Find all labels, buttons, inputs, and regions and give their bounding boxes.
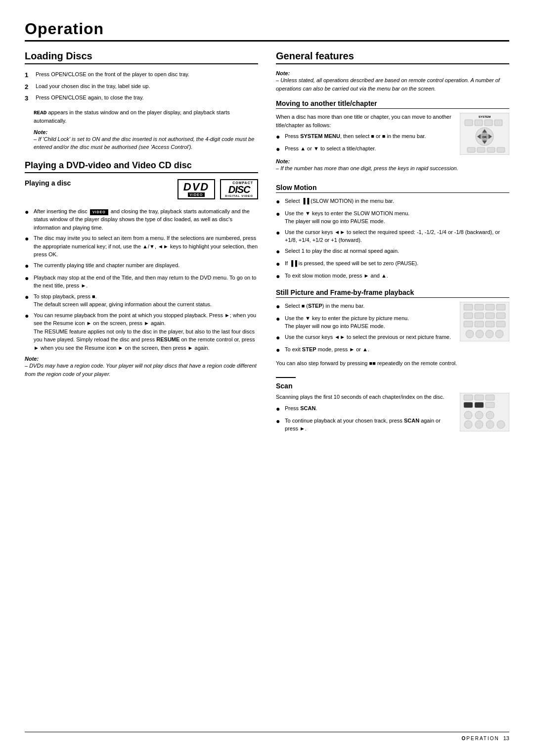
general-note: Note: – Unless stated, all operations de… — [276, 70, 509, 93]
bullet-content: Select ▐▐ (SLOW MOTION) in the menu bar. — [285, 197, 509, 205]
page-footer: OPERATION 13 — [25, 732, 509, 741]
svg-rect-3 — [475, 120, 483, 126]
slow-motion-title: Slow Motion — [276, 184, 509, 193]
list-item: ● You can resume playback from the point… — [25, 311, 258, 352]
bullet-icon: ● — [276, 332, 283, 343]
bullet-icon: ● — [25, 234, 32, 244]
list-item: ● If ▐▐ is pressed, the speed will be se… — [276, 259, 509, 269]
disc-text: DISC — [228, 185, 250, 194]
note-label: Note: — [34, 129, 258, 135]
list-item: ● Select 1 to play the disc at normal sp… — [276, 247, 509, 257]
general-features-section: General features Note: – Unless stated, … — [276, 50, 509, 437]
list-item: 3 Press OPEN/CLOSE again, to close the t… — [25, 94, 258, 103]
page-title: Operation — [25, 20, 509, 38]
list-item: ● Use the ▼ keys to enter the SLOW MOTIO… — [276, 209, 509, 226]
bullet-content: Use the ▼ keys to enter the SLOW MOTION … — [285, 209, 509, 226]
bullet-icon: ● — [25, 207, 32, 217]
svg-rect-19 — [475, 304, 484, 310]
bullet-content: Press SYSTEM MENU, then select ■ or ■ in… — [285, 132, 455, 141]
bullet-content: To exit STEP mode, press ► or ▲. — [285, 345, 509, 354]
svg-point-47 — [497, 421, 505, 428]
svg-rect-21 — [496, 304, 505, 310]
list-item: ● To continue playback at your chosen tr… — [276, 417, 455, 433]
svg-rect-13 — [467, 147, 475, 152]
step-text: Load your chosen disc in the tray, label… — [36, 82, 150, 92]
bullet-icon: ● — [276, 196, 283, 207]
bullet-content: Select ■ (STEP) in the menu bar. — [285, 302, 455, 310]
footer-operation-label: OPERATION — [462, 736, 499, 741]
bullet-icon: ● — [276, 271, 283, 282]
remote-image-scan — [460, 393, 509, 432]
bullet-content: The disc may invite you to select an ite… — [34, 234, 258, 259]
svg-rect-36 — [475, 395, 484, 400]
playing-dvd-title: Playing a DVD-video and Video CD disc — [25, 160, 258, 173]
bullet-content: After inserting the disc VIDEO and closi… — [34, 207, 258, 232]
list-item: ● Press SCAN. — [276, 404, 455, 414]
bullet-icon: ● — [276, 314, 283, 324]
list-item: ● To exit slow motion mode, press ► and … — [276, 272, 509, 282]
svg-point-42 — [475, 411, 483, 419]
bullet-icon: ● — [25, 273, 32, 284]
bullet-content: Press ▲ or ▼ to select a title/chapter. — [285, 144, 455, 153]
list-item: ● To exit STEP mode, press ► or ▲. — [276, 345, 509, 355]
note-label: Note: — [276, 158, 509, 164]
list-item: ● Select ■ (STEP) in the menu bar. — [276, 302, 455, 312]
list-item: ● After inserting the disc VIDEO and clo… — [25, 207, 258, 232]
scan-title: Scan — [276, 382, 509, 390]
svg-point-46 — [486, 421, 494, 428]
bullet-content: Use the ▼ key to enter the picture by pi… — [285, 314, 455, 331]
bullet-icon: ● — [276, 228, 283, 238]
svg-rect-25 — [496, 313, 505, 319]
svg-point-31 — [476, 330, 484, 338]
bullet-icon: ● — [276, 246, 283, 257]
list-item: ● Use the ▼ key to enter the picture by … — [276, 314, 455, 331]
bullet-icon: ● — [276, 416, 283, 426]
scan-divider — [276, 377, 296, 378]
bullet-icon: ● — [276, 301, 283, 312]
bullet-content: The currently playing title and chapter … — [34, 261, 258, 270]
svg-rect-23 — [475, 313, 484, 319]
list-item: 1 Press OPEN/CLOSE on the front of the p… — [25, 70, 258, 80]
loading-discs-section: Loading Discs 1 Press OPEN/CLOSE on the … — [25, 50, 258, 151]
svg-point-30 — [466, 330, 474, 338]
bullet-content: To continue playback at your chosen trac… — [285, 417, 455, 433]
svg-rect-38 — [464, 402, 473, 408]
moving-title: Moving to another title/chapter — [276, 99, 509, 109]
bullet-icon: ● — [276, 259, 283, 269]
svg-rect-26 — [464, 321, 473, 327]
dvd-logo: DVD VIDEO — [178, 179, 215, 199]
step-number: 1 — [25, 70, 34, 80]
svg-point-32 — [486, 330, 493, 338]
page: Operation Loading Discs 1 Press OPEN/CLO… — [0, 0, 534, 756]
read-text: appears in the status window and on the … — [34, 109, 230, 124]
loading-note: Note: – If 'Child Lock' is set to ON and… — [34, 129, 258, 151]
bullet-icon: ● — [25, 311, 32, 321]
bullet-icon: ● — [276, 144, 283, 154]
still-picture-extra: You can also step forward by pressing ■■… — [276, 359, 509, 368]
svg-rect-16 — [497, 147, 505, 152]
list-item: ● The currently playing title and chapte… — [25, 261, 258, 271]
still-picture-section: Still Picture and Frame-by-frame playbac… — [276, 288, 509, 373]
moving-section: Moving to another title/chapter SYSTEM — [276, 99, 509, 177]
bullet-content: You can resume playback from the point a… — [34, 311, 258, 352]
svg-rect-35 — [464, 395, 473, 400]
content-columns: Loading Discs 1 Press OPEN/CLOSE on the … — [25, 50, 509, 437]
svg-rect-2 — [465, 120, 473, 126]
digital-video-label: DIGITAL VIDEO — [225, 194, 253, 197]
bullet-icon: ● — [25, 292, 32, 302]
moving-note: Note: – If the number has more than one … — [276, 158, 509, 173]
still-picture-title: Still Picture and Frame-by-frame playbac… — [276, 288, 509, 298]
note-label: Note: — [276, 70, 509, 76]
svg-point-45 — [475, 421, 483, 428]
step-number: 3 — [25, 94, 34, 103]
list-item: 2 Load your chosen disc in the tray, lab… — [25, 82, 258, 92]
read-label: READ — [34, 110, 46, 116]
svg-text:OK: OK — [483, 136, 488, 139]
note-text: – DVDs may have a region code. Your play… — [25, 362, 258, 378]
slow-motion-section: Slow Motion ● Select ▐▐ (SLOW MOTION) in… — [276, 184, 509, 282]
bullet-content: Press SCAN. — [285, 404, 455, 413]
scan-section: Scan — [276, 377, 509, 437]
svg-rect-28 — [486, 321, 494, 327]
dvd-note: Note: – DVDs may have a region code. You… — [25, 356, 258, 378]
read-description: READ appears in the status window and on… — [34, 108, 258, 125]
